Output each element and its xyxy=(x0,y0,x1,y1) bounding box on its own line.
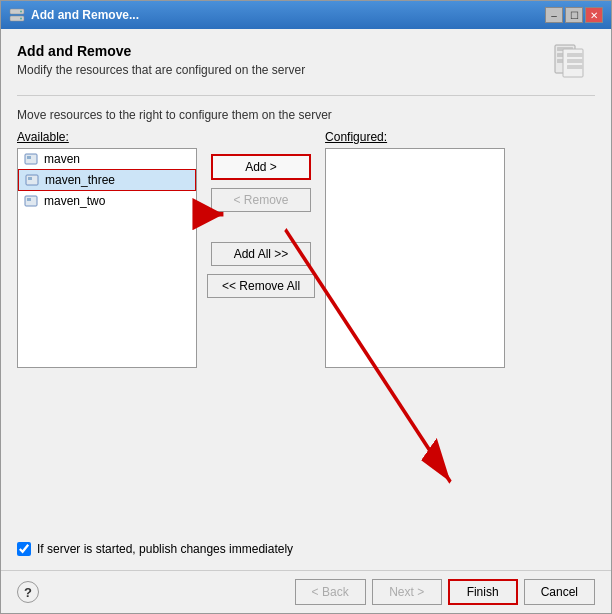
title-bar-left: Add and Remove... xyxy=(9,7,139,23)
finish-button[interactable]: Finish xyxy=(448,579,518,605)
title-controls: – ☐ ✕ xyxy=(545,7,603,23)
configured-section: Configured: xyxy=(325,130,505,368)
add-all-button[interactable]: Add All >> xyxy=(211,242,311,266)
svg-point-3 xyxy=(20,18,22,20)
configured-label: Configured: xyxy=(325,130,505,144)
item-label: maven_three xyxy=(45,173,115,187)
footer-left: ? xyxy=(17,581,39,603)
title-bar: Add and Remove... – ☐ ✕ xyxy=(1,1,611,29)
svg-rect-15 xyxy=(28,177,32,180)
maximize-button[interactable]: ☐ xyxy=(565,7,583,23)
help-button[interactable]: ? xyxy=(17,581,39,603)
dialog-subtitle: Modify the resources that are configured… xyxy=(17,63,305,77)
item-label: maven xyxy=(44,152,80,166)
list-item-selected[interactable]: maven_three xyxy=(18,169,196,191)
header-section: Add and Remove Modify the resources that… xyxy=(17,43,595,96)
transfer-buttons: Add > < Remove Add All >> << Remove All xyxy=(207,130,315,298)
maven-icon xyxy=(24,152,38,166)
back-button[interactable]: < Back xyxy=(295,579,366,605)
publish-label: If server is started, publish changes im… xyxy=(37,542,293,556)
available-label: Available: xyxy=(17,130,197,144)
dialog-footer: ? < Back Next > Finish Cancel xyxy=(1,570,611,613)
cancel-button[interactable]: Cancel xyxy=(524,579,595,605)
minimize-button[interactable]: – xyxy=(545,7,563,23)
configured-list[interactable] xyxy=(325,148,505,368)
svg-rect-11 xyxy=(567,65,583,69)
instruction-text: Move resources to the right to configure… xyxy=(17,104,595,122)
maven-two-icon xyxy=(24,194,38,208)
add-button[interactable]: Add > xyxy=(211,154,311,180)
server-graphic-icon xyxy=(551,43,595,87)
close-button[interactable]: ✕ xyxy=(585,7,603,23)
svg-rect-10 xyxy=(567,59,583,63)
svg-point-2 xyxy=(20,11,22,13)
footer-buttons: < Back Next > Finish Cancel xyxy=(295,579,595,605)
title-server-icon xyxy=(9,7,25,23)
publish-checkbox-area: If server is started, publish changes im… xyxy=(17,536,595,556)
dialog-title: Add and Remove xyxy=(17,43,305,59)
header-text: Add and Remove Modify the resources that… xyxy=(17,43,305,77)
remove-button[interactable]: < Remove xyxy=(211,188,311,212)
list-item[interactable]: maven xyxy=(18,149,196,169)
buttons-inner: Add > < Remove Add All >> << Remove All xyxy=(207,154,315,298)
list-item[interactable]: maven_two xyxy=(18,191,196,211)
svg-rect-17 xyxy=(27,198,31,201)
svg-rect-13 xyxy=(27,156,31,159)
window-title: Add and Remove... xyxy=(31,8,139,22)
svg-rect-9 xyxy=(567,53,583,57)
panels-area: Available: maven maven xyxy=(17,130,595,528)
next-button[interactable]: Next > xyxy=(372,579,442,605)
dialog-content: Add and Remove Modify the resources that… xyxy=(1,29,611,570)
maven-three-icon xyxy=(25,173,39,187)
available-list[interactable]: maven maven_three ma xyxy=(17,148,197,368)
main-window: Add and Remove... – ☐ ✕ Add and Remove M… xyxy=(0,0,612,614)
publish-checkbox[interactable] xyxy=(17,542,31,556)
available-section: Available: maven maven xyxy=(17,130,197,368)
item-label: maven_two xyxy=(44,194,105,208)
remove-all-button[interactable]: << Remove All xyxy=(207,274,315,298)
